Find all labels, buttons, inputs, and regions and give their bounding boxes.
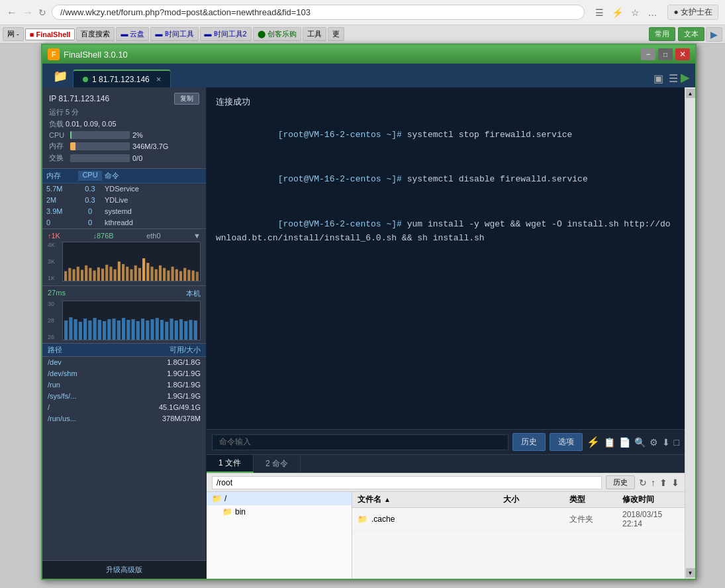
taskbar-more[interactable]: 更 (328, 27, 344, 41)
upgrade-btn[interactable]: 升级高级版 (42, 560, 206, 579)
copy-ip-btn[interactable]: 复制 (174, 93, 199, 105)
scroll-arrow[interactable]: ▶ (681, 70, 690, 85)
grid-view-icon[interactable]: ▣ (653, 72, 663, 85)
proc-cmd: kthreadd (102, 219, 202, 226)
taskbar-item-cloud[interactable]: ▬ 云盘 (116, 27, 149, 41)
proc-cpu: 0.3 (78, 196, 102, 204)
svg-rect-20 (146, 263, 149, 281)
file-refresh-icon[interactable]: ↻ (639, 477, 647, 488)
tree-item-bin[interactable]: 📁 bin (207, 505, 352, 518)
disk-row[interactable]: /run 1.8G/1.9G (42, 379, 206, 391)
svg-rect-3 (77, 267, 79, 281)
tab-active[interactable]: 1 81.71.123.146 × (73, 70, 171, 87)
svg-rect-19 (142, 258, 145, 281)
refresh-icon[interactable]: ↻ (38, 7, 46, 18)
disk-path: /dev (48, 358, 97, 366)
svg-rect-47 (132, 319, 135, 340)
file-tree: 📁 / 📁 bin (207, 492, 352, 579)
file-path-input[interactable] (212, 476, 602, 489)
svg-rect-37 (83, 318, 87, 340)
disk-row[interactable]: / 45.1G/49.1G (42, 402, 206, 413)
ping-label: 27ms (48, 289, 66, 299)
list-view-icon[interactable]: ☰ (669, 72, 678, 85)
svg-rect-53 (160, 320, 164, 340)
proc-header-mem: 内存 (46, 171, 78, 181)
download-icon[interactable]: ⬇ (662, 437, 670, 448)
disk-row[interactable]: /dev 1.8G/1.8G (42, 357, 206, 368)
tab-commands[interactable]: 2 命令 (254, 456, 301, 472)
back-icon[interactable]: ← (7, 7, 17, 19)
disk-list: /dev 1.8G/1.8G /dev/shm 1.9G/1.9G /run 1… (42, 357, 206, 424)
process-row[interactable]: 5.7M 0.3 YDService (42, 183, 206, 195)
taskbar-right-btn[interactable]: 常用 (649, 27, 675, 41)
process-row[interactable]: 0 0 kthreadd (42, 217, 206, 228)
svg-rect-56 (175, 320, 178, 340)
tree-item-root[interactable]: 📁 / (207, 492, 352, 505)
taskbar-item-finalshell[interactable]: ■ FinalShell (25, 28, 75, 40)
ip-label: IP 81.71.123.146 (49, 94, 109, 103)
taskbar-item-net[interactable]: 网 - (3, 27, 24, 41)
search-icon[interactable]: 🔍 (634, 437, 646, 448)
col-type-label: 类型 (569, 495, 585, 504)
process-row[interactable]: 3.9M 0 systemd (42, 206, 206, 217)
taskbar-item-time2[interactable]: ▬ 时间工具2 (200, 27, 252, 41)
terminal-line-1: [root@VM-16-2-centos ~]# systemctl stop … (216, 113, 675, 156)
proc-cpu: 0 (78, 207, 102, 215)
scroll-down-btn[interactable]: ▼ (686, 568, 695, 577)
new-tab-btn[interactable]: 📁 (48, 66, 73, 86)
copy-icon[interactable]: 📋 (604, 437, 615, 448)
svg-rect-51 (150, 319, 154, 340)
minimize-btn[interactable]: − (641, 48, 655, 60)
svg-rect-48 (136, 321, 140, 340)
disk-row[interactable]: /dev/shm 1.9G/1.9G (42, 368, 206, 379)
taskbar-item-baidu[interactable]: 百度搜索 (76, 27, 115, 41)
taskbar-item-shop[interactable]: ⬤ 创客乐购 (253, 27, 301, 41)
more-icon[interactable]: … (648, 7, 657, 18)
tab-files[interactable]: 1 文件 (207, 455, 254, 473)
proc-cmd: systemd (102, 207, 202, 215)
forward-icon[interactable]: → (23, 7, 33, 19)
net-section: ↑1K ↓876B eth0 ▼ 4K 3K 1K (42, 228, 206, 285)
taskbar-item-time1[interactable]: ▬ 时间工具 (150, 27, 198, 41)
scroll-up-btn[interactable]: ▲ (686, 89, 695, 98)
disk-row[interactable]: /run/us... 378M/378M (42, 413, 206, 424)
close-btn[interactable]: ✕ (675, 48, 690, 60)
disk-row[interactable]: /sys/fs/... 1.9G/1.9G (42, 391, 206, 402)
connect-message: 连接成功 (216, 95, 675, 109)
bolt-icon[interactable]: ⚡ (612, 7, 623, 18)
proc-mem: 0 (46, 219, 78, 226)
process-list: 5.7M 0.3 YDService 2M 0.3 YDLive 3.9M 0 … (42, 183, 206, 228)
file-row-cache[interactable]: 📁 .cache 文件夹 2018/03/15 22:14 (352, 508, 685, 531)
right-scrollbar[interactable]: ▲ ▼ (685, 87, 695, 579)
svg-rect-28 (179, 271, 182, 281)
settings-icon[interactable]: ⚙ (650, 437, 658, 448)
maximize-btn[interactable]: □ (658, 48, 673, 60)
options-btn[interactable]: 选项 (550, 433, 583, 451)
svg-rect-10 (105, 265, 108, 281)
file-history-btn[interactable]: 历史 (606, 475, 635, 489)
disk-path: /sys/fs/... (48, 392, 97, 400)
star-icon[interactable]: ☆ (631, 7, 640, 18)
grid-icon[interactable]: ☰ (595, 7, 604, 18)
command-input[interactable] (212, 434, 508, 450)
net-dropdown-icon[interactable]: ▼ (193, 232, 201, 240)
paste-icon[interactable]: 📄 (619, 437, 630, 448)
process-row[interactable]: 2M 0.3 YDLive (42, 195, 206, 206)
history-btn[interactable]: 历史 (512, 433, 546, 451)
svg-rect-9 (101, 269, 104, 281)
file-up-icon[interactable]: ↑ (651, 477, 655, 488)
lightning-icon[interactable]: ⚡ (587, 436, 600, 448)
file-download-icon[interactable]: ⬇ (671, 477, 679, 488)
taskbar-item-tools[interactable]: 工具 (303, 27, 326, 41)
svg-rect-55 (169, 318, 173, 340)
fullscreen-icon[interactable]: □ (674, 437, 679, 448)
file-upload-icon[interactable]: ⬆ (659, 477, 667, 488)
tab-close-btn[interactable]: × (156, 74, 162, 84)
address-bar[interactable]: //www.wkzy.net/forum.php?mod=post&action… (52, 5, 585, 20)
taskbar-scroll-right[interactable]: ▶ (706, 27, 722, 42)
taskbar-right-btn2[interactable]: 文本 (678, 27, 704, 41)
svg-rect-14 (122, 264, 124, 281)
load-label: 负载 (49, 120, 66, 128)
process-section: 内存 CPU 命令 5.7M 0.3 YDService 2M 0.3 YDLi… (42, 169, 206, 228)
runtime-text: 运行 5 分 (49, 108, 79, 116)
